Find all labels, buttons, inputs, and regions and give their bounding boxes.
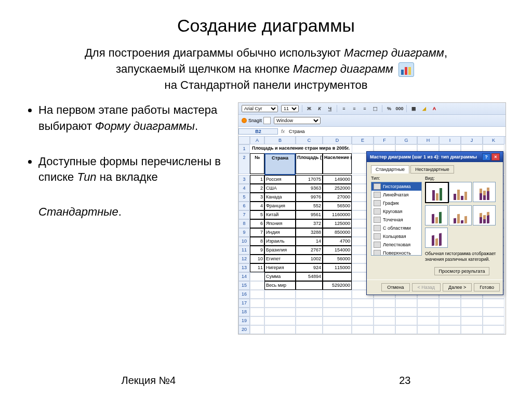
cell[interactable]: 15 — [238, 281, 250, 290]
cell[interactable]: 11 — [250, 263, 264, 272]
cell[interactable]: 8 — [250, 237, 264, 246]
cell[interactable] — [296, 290, 323, 299]
cell[interactable] — [417, 325, 439, 334]
cell[interactable]: 125000 — [323, 219, 352, 228]
cell[interactable]: Израиль — [264, 237, 296, 246]
cell[interactable] — [323, 272, 352, 281]
cell[interactable]: 12 — [238, 255, 250, 263]
cell[interactable] — [395, 325, 417, 334]
cell[interactable] — [439, 316, 461, 325]
cell[interactable] — [323, 308, 352, 316]
chart-type-5[interactable]: С областями — [371, 224, 421, 232]
subtype-6[interactable] — [473, 205, 496, 225]
cell[interactable] — [461, 308, 483, 316]
cell[interactable]: 17 — [238, 299, 250, 308]
next-button[interactable]: Далее > — [443, 283, 472, 291]
col-F[interactable]: F — [374, 137, 395, 144]
cell[interactable]: 4700 — [323, 237, 352, 246]
cell[interactable] — [395, 308, 417, 316]
cell[interactable] — [250, 281, 264, 290]
cell[interactable] — [461, 316, 483, 325]
col-corner[interactable] — [238, 137, 250, 144]
cell[interactable] — [352, 308, 374, 316]
cell[interactable] — [296, 325, 323, 334]
close-button[interactable]: × — [491, 153, 500, 161]
cell[interactable] — [483, 308, 504, 316]
cell[interactable]: 9561 — [296, 210, 323, 219]
fx-icon[interactable]: fx — [278, 129, 288, 134]
cell[interactable] — [323, 316, 352, 325]
cell[interactable] — [250, 316, 264, 325]
cancel-button[interactable]: Отмена — [381, 283, 409, 291]
cell[interactable] — [296, 299, 323, 308]
cell[interactable] — [250, 299, 264, 308]
cell[interactable]: 27000 — [323, 193, 352, 202]
cell[interactable] — [395, 299, 417, 308]
col-B[interactable]: B — [264, 137, 296, 144]
cell[interactable]: 6 — [238, 202, 250, 210]
header-cell[interactable]: № — [250, 153, 264, 174]
underline-button[interactable]: Ч — [326, 105, 334, 112]
cell[interactable]: 4 — [238, 184, 250, 193]
cell[interactable]: 18 — [238, 308, 250, 316]
cell[interactable]: 1 — [250, 175, 264, 184]
cell[interactable] — [296, 308, 323, 316]
formula-text[interactable]: Страна — [288, 129, 506, 134]
cell[interactable]: 924 — [296, 263, 323, 272]
cell[interactable]: 5 — [238, 193, 250, 202]
cell[interactable]: 5292000 — [323, 281, 352, 290]
chart-type-6[interactable]: Кольцевая — [371, 232, 421, 241]
rowhead[interactable]: 1 — [238, 144, 250, 153]
cell[interactable]: США — [264, 184, 296, 193]
cell[interactable] — [250, 325, 264, 334]
col-A[interactable]: A — [250, 137, 264, 144]
cell[interactable] — [483, 316, 504, 325]
font-select[interactable]: Arial Cyr — [242, 105, 278, 112]
cell[interactable] — [323, 325, 352, 334]
cell[interactable] — [461, 325, 483, 334]
cell[interactable] — [296, 316, 323, 325]
chart-type-2[interactable]: График — [371, 199, 421, 207]
name-box[interactable]: B2 — [238, 128, 278, 135]
column-headers[interactable]: ABCDEFGHIJK — [238, 137, 506, 144]
cell[interactable]: 13 — [238, 263, 250, 272]
cell[interactable] — [264, 290, 296, 299]
thousands-icon[interactable]: 000 — [396, 105, 403, 112]
cell[interactable]: 54894 — [296, 272, 323, 281]
cell[interactable]: Франция — [264, 202, 296, 210]
cell[interactable]: Индия — [264, 228, 296, 237]
chart-type-8[interactable]: Поверхность — [371, 249, 421, 256]
cell[interactable]: 9363 — [296, 184, 323, 193]
cell[interactable]: Весь мир — [264, 281, 296, 290]
table-title[interactable]: Площадь и население стран мира в 2005г. — [250, 144, 352, 152]
cell[interactable] — [417, 308, 439, 316]
cell[interactable] — [323, 299, 352, 308]
cell[interactable] — [483, 325, 504, 334]
cell[interactable]: Сумма — [264, 272, 296, 281]
borders-icon[interactable]: ▦ — [410, 105, 417, 112]
cell[interactable]: 3 — [250, 193, 264, 202]
cell[interactable]: 6 — [250, 219, 264, 228]
cell[interactable] — [374, 316, 395, 325]
cell[interactable]: 149000 — [323, 175, 352, 184]
chart-type-4[interactable]: Точечная — [371, 216, 421, 224]
col-H[interactable]: H — [417, 137, 439, 144]
cell[interactable] — [439, 325, 461, 334]
subtype-1[interactable] — [425, 182, 449, 203]
worksheet[interactable]: ABCDEFGHIJK 1Площадь и население стран м… — [238, 137, 506, 334]
col-I[interactable]: I — [439, 137, 461, 144]
cell[interactable]: 14 — [238, 272, 250, 281]
cell[interactable] — [352, 325, 374, 334]
snagit-capture-icon[interactable] — [263, 117, 271, 124]
cell[interactable]: 16 — [238, 290, 250, 299]
cell[interactable]: 9 — [238, 228, 250, 237]
cell[interactable]: 1160000 — [323, 210, 352, 219]
tab-nonstandard[interactable]: Нестандартные — [410, 165, 454, 174]
header-cell[interactable]: Население (тыс. чел.) — [323, 153, 352, 174]
finish-button[interactable]: Готово — [474, 283, 500, 291]
col-E[interactable]: E — [352, 137, 374, 144]
cell[interactable]: 5 — [250, 210, 264, 219]
cell[interactable]: 1002 — [296, 255, 323, 263]
subtype-4[interactable] — [425, 205, 448, 225]
cell[interactable] — [374, 308, 395, 316]
